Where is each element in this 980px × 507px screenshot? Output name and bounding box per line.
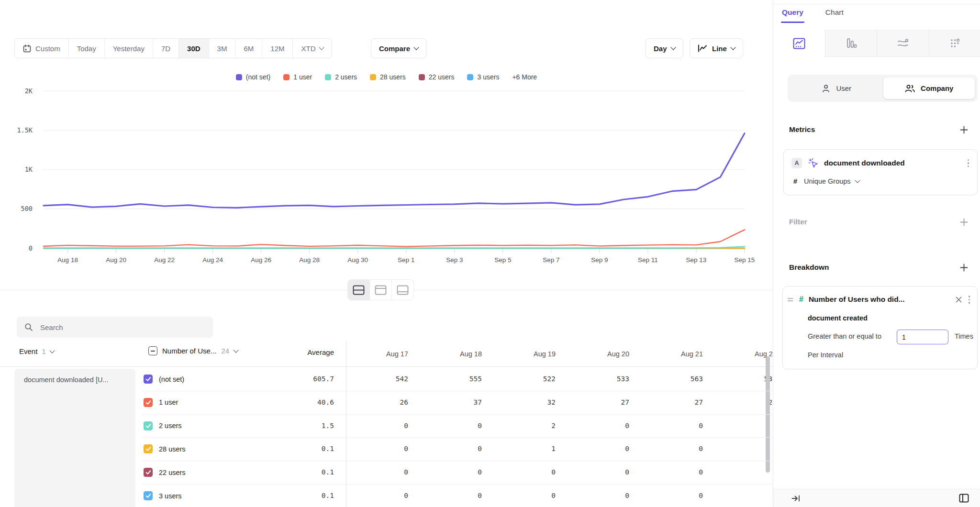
svg-text:Aug 24: Aug 24	[202, 256, 223, 264]
chart-type-line-chart-button[interactable]	[773, 30, 825, 57]
drag-handle-icon[interactable]	[787, 297, 794, 302]
svg-text:Sep 15: Sep 15	[735, 256, 755, 264]
table-cell-value: 0	[714, 484, 773, 507]
table-row-series[interactable]: 3 users	[144, 484, 182, 507]
svg-text:1.5K: 1.5K	[17, 126, 33, 134]
average-value: 0.1	[268, 437, 334, 461]
series-checkbox[interactable]	[144, 444, 153, 453]
svg-text:Sep 11: Sep 11	[638, 256, 658, 264]
query-sidebar: QueryChart UserCompany Metrics A	[773, 0, 980, 507]
search-input[interactable]	[39, 323, 205, 332]
event-column-header[interactable]: Event 1	[19, 347, 54, 355]
row-separator	[142, 391, 773, 391]
collapse-panel-icon[interactable]	[791, 494, 801, 503]
table-only-view-button[interactable]	[392, 280, 413, 300]
average-value: 605.7	[268, 367, 334, 391]
table-cell-value: 27	[641, 391, 714, 414]
average-value: 1.5	[268, 414, 334, 438]
analytics-dashboard: CustomTodayYesterday7D30D3M6M12MXTD Comp…	[0, 0, 980, 507]
line-chart-icon	[792, 37, 806, 50]
chart-type-selector	[773, 30, 980, 57]
company-icon	[904, 84, 915, 93]
svg-text:0: 0	[29, 244, 33, 252]
series-checkbox[interactable]	[144, 398, 153, 407]
table-cell-value: 0	[420, 461, 493, 484]
table-cell-value: 0	[714, 437, 773, 461]
breakdown-per-interval-label[interactable]: Per Interval	[808, 351, 843, 359]
average-value: 0.1	[268, 484, 334, 507]
flow-chart-icon	[896, 36, 910, 50]
table-cell-value: 0	[641, 414, 714, 438]
metric-event-name[interactable]: document downloaded	[824, 159, 961, 167]
event-header-count: 1	[42, 347, 45, 355]
table-row-series[interactable]: 1 user	[144, 391, 178, 414]
average-value: 0.1	[268, 461, 334, 484]
row-separator	[142, 484, 773, 485]
chart-type-flow-chart-button[interactable]	[877, 30, 929, 57]
table-row-series[interactable]: 2 users	[144, 414, 182, 438]
table-row-series[interactable]: (not set)	[144, 367, 184, 391]
bar-chart-icon	[844, 36, 858, 50]
table-row-series[interactable]: 28 users	[144, 437, 186, 461]
select-all-checkbox[interactable]	[148, 346, 157, 355]
event-header-label: Event	[19, 347, 37, 355]
search-icon	[24, 323, 33, 331]
date-column-header: Aug 20	[567, 341, 641, 367]
table-cell-value: 522	[493, 367, 567, 391]
chart-type-grid-dots-button[interactable]	[929, 30, 980, 57]
table-cell-value: 0	[346, 414, 420, 438]
metric-menu-icon[interactable]	[966, 158, 971, 169]
add-filter-button[interactable]	[960, 218, 968, 226]
average-value: 40.6	[268, 391, 334, 414]
table-column-divider	[346, 341, 346, 507]
table-row-series[interactable]: 22 users	[144, 461, 186, 484]
breakdown-menu-icon[interactable]	[967, 294, 972, 305]
event-list-item[interactable]: document downloaded [U...	[14, 369, 135, 507]
series-header-count: 24	[221, 347, 229, 355]
series-checkbox[interactable]	[144, 468, 153, 477]
table-cell-value: 1	[493, 437, 567, 461]
tab-query[interactable]: Query	[782, 8, 803, 17]
svg-text:Sep 7: Sep 7	[543, 256, 559, 264]
split-view-button[interactable]	[348, 280, 370, 300]
series-checkbox[interactable]	[144, 421, 153, 430]
table-cell-value: 0	[567, 484, 641, 507]
breakdown-event-name[interactable]: document created	[808, 314, 868, 322]
series-column-header[interactable]: Number of Use... 24	[148, 346, 238, 355]
series-header-label: Number of Use...	[162, 347, 216, 355]
scope-toggle: UserCompany	[788, 75, 978, 102]
table-only-view-icon	[397, 285, 409, 295]
remove-breakdown-icon[interactable]	[954, 295, 964, 305]
breakdown-condition-label[interactable]: Greater than or equal to	[808, 332, 881, 340]
average-column-header: Average	[268, 348, 334, 356]
table-cell-value: 533	[567, 367, 641, 391]
table-cell-value: 542	[346, 367, 420, 391]
add-breakdown-button[interactable]	[960, 264, 968, 272]
chart-type-bar-chart-button[interactable]	[825, 30, 877, 57]
scope-option-user[interactable]: User	[791, 77, 882, 99]
table-cell-value: 0	[346, 437, 420, 461]
date-column-header: Aug 22	[714, 341, 773, 367]
split-panel-icon[interactable]	[959, 494, 969, 503]
tab-chart[interactable]: Chart	[825, 8, 844, 17]
measure-dropdown[interactable]: Unique Groups	[804, 177, 859, 185]
metric-card[interactable]: A document downloaded # Unique Gr	[783, 149, 978, 195]
autotrack-sparkle-icon	[807, 157, 819, 169]
table-cell-value: 0	[714, 414, 773, 438]
table-cell-value: 26	[346, 391, 420, 414]
chevron-down-icon	[233, 347, 238, 353]
breakdown-property-name[interactable]: Number of Users who did...	[809, 295, 950, 304]
chevron-down-icon	[855, 177, 860, 183]
metric-badge: A	[791, 158, 802, 168]
breakdown-value-input[interactable]	[897, 330, 948, 344]
series-checkbox[interactable]	[144, 491, 153, 500]
chart-only-view-icon	[375, 285, 387, 295]
add-metric-button[interactable]	[960, 126, 968, 134]
table-cell-value: 2	[493, 414, 567, 438]
line-chart: 2K1.5K1K5000Aug 18Aug 20Aug 22Aug 24Aug …	[0, 0, 773, 273]
table-cell-value: 563	[641, 367, 714, 391]
series-checkbox[interactable]	[144, 375, 153, 384]
scope-option-company[interactable]: Company	[883, 77, 975, 99]
split-view-icon	[353, 285, 365, 295]
chart-only-view-button[interactable]	[370, 280, 392, 300]
